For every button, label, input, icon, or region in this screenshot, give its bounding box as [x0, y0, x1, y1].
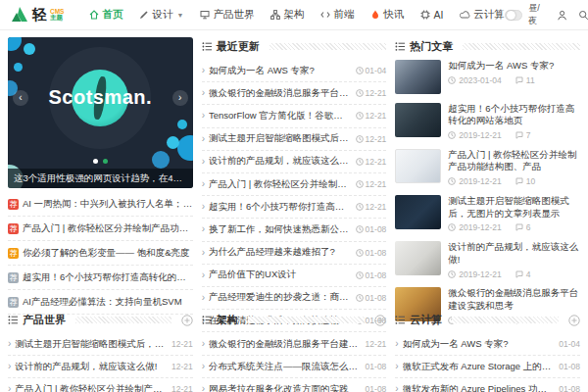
- menu-item-frontend[interactable]: 前端: [320, 8, 354, 22]
- list-item[interactable]: ›设计前的产品规划，就应该这么做！12-21: [202, 151, 387, 173]
- more-button[interactable]: [181, 315, 193, 326]
- list-item[interactable]: ›微软正式发布 Azure Storage 上的静态网站01-08: [395, 356, 580, 378]
- carousel-dot[interactable]: [103, 159, 108, 164]
- menu-item-home[interactable]: 首页: [89, 8, 122, 22]
- article-thumbnail: [395, 195, 441, 229]
- list-item[interactable]: ›测试主题开启智能缩略图模式后，无图片的...12-21: [8, 333, 193, 356]
- recommend-badge: 荐: [8, 199, 19, 210]
- list-item[interactable]: ›设计前的产品规划，就应该这么做!12-21: [8, 356, 193, 378]
- page-content: Scotsman. ‹ › 这3个适用性极强的网页设计趋势，在4月非常... 荐…: [0, 30, 588, 392]
- menu-item-ai[interactable]: AI: [420, 9, 443, 21]
- clock-icon: [356, 158, 364, 166]
- clock-icon: [448, 76, 456, 84]
- clock-icon: [356, 112, 364, 120]
- hot-article[interactable]: 如何成为一名 AWS 专家? 2023-01-0411: [395, 60, 580, 94]
- menu-item-architecture[interactable]: 架构: [270, 8, 304, 22]
- comment-icon: [515, 270, 523, 278]
- menu-item-design[interactable]: 设计 ▼: [139, 8, 183, 22]
- more-button[interactable]: [568, 315, 580, 326]
- list-item[interactable]: ›TensorFlow 官方简化版！谷歌开源机器学...12-21: [202, 105, 387, 127]
- hot-articles-section: 热门文章 如何成为一名 AWS 专家? 2023-01-0411 超实用！6个小…: [395, 37, 580, 305]
- recommend-badge: 荐: [8, 272, 19, 283]
- list-item[interactable]: ›如何成为一名 AWS 专家?01-04: [202, 60, 387, 82]
- recommend-badge: 荐: [8, 297, 19, 308]
- hot-article[interactable]: 测试主题开启智能缩略图模式后，无图片的文章列表显示 2019-12-216: [395, 195, 580, 233]
- logo-theme-label: 主题: [50, 15, 64, 22]
- list-item[interactable]: ›微众银行的金融级消息服务平台建设实践和...12-21: [202, 333, 387, 356]
- list-item[interactable]: ›换了新工作，如何快速熟悉新公司产品01-08: [202, 219, 387, 241]
- clock-icon: [356, 271, 364, 279]
- hot-article[interactable]: 产品入门 | 教你轻松区分并绘制产品功能结构图、产品 2019-12-2110: [395, 149, 580, 187]
- clock-icon: [448, 177, 456, 185]
- cloud-computing-section: 云计算 ›如何成为一名 AWS 专家?01-04 ›微软正式发布 Azure S…: [395, 311, 580, 392]
- daynight-toggle[interactable]: [505, 10, 522, 21]
- list-item[interactable]: ›分布式系统关注点——限流该怎么做?01-08: [202, 356, 387, 378]
- list-item[interactable]: ›如何成为一名 AWS 专家?01-04: [395, 333, 580, 356]
- search-icon[interactable]: [578, 9, 588, 22]
- clock-icon: [356, 225, 364, 233]
- more-button[interactable]: [374, 315, 386, 326]
- clock-icon: [356, 135, 364, 143]
- clock-icon: [356, 89, 364, 97]
- navbar-controls: 昼/夜: [505, 2, 588, 27]
- product-world-section: 产品世界 ›测试主题开启智能缩略图模式后，无图片的...12-21 ›设计前的产…: [8, 311, 193, 392]
- clock-icon: [356, 249, 364, 257]
- menu-item-news[interactable]: 快讯: [370, 8, 404, 22]
- menu-item-product-world[interactable]: 产品世界: [200, 8, 254, 22]
- mountain-logo-icon: [10, 6, 29, 24]
- comment-icon: [515, 223, 523, 231]
- hot-article[interactable]: 超实用！6个小技巧帮你打造高转化的网站落地页 2019-12-217: [395, 103, 580, 141]
- recommend-badge: 荐: [8, 223, 19, 234]
- section-title: 最近更新: [217, 39, 260, 54]
- featured-item[interactable]: 荐 产品入门 | 教你轻松区分并绘制产品功能结构图、产...: [8, 217, 193, 241]
- code-icon: [320, 10, 330, 20]
- featured-item[interactable]: 荐 AI 一周热闻：中兴列入被执行人名单；微软公开“...: [8, 192, 193, 217]
- list-item[interactable]: ›超实用！6个小技巧帮你打造高转化的网站落...12-21: [202, 196, 387, 219]
- main-menu: 首页 设计 ▼ 产品世界 架构 前端 快讯 AI 云计算: [89, 8, 504, 22]
- site-logo[interactable]: 轻 CMS 主题: [10, 6, 64, 24]
- clock-icon: [448, 270, 456, 278]
- recommend-badge: 荐: [8, 248, 19, 259]
- featured-item[interactable]: 荐 你必须了解的色彩变量—— 饱和度&亮度: [8, 241, 193, 266]
- daynight-label: 昼/夜: [528, 2, 546, 27]
- article-thumbnail: [395, 241, 441, 275]
- hero-carousel[interactable]: Scotsman. ‹ › 这3个适用性极强的网页设计趋势，在4月非常...: [8, 37, 193, 188]
- recent-updates-section: 最近更新 ›如何成为一名 AWS 专家?01-04 ›微众银行的金融级消息服务平…: [202, 37, 387, 305]
- recent-list: ›如何成为一名 AWS 专家?01-04 ›微众银行的金融级消息服务平台建设实践…: [202, 60, 387, 332]
- list-item[interactable]: ›测试主题开启智能缩略图模式后，无图片的...12-21: [202, 128, 387, 151]
- plus-circle-icon: [181, 315, 193, 326]
- logo-text: 轻: [32, 6, 46, 24]
- hatch-divider: [463, 43, 580, 50]
- carousel-next-button[interactable]: ›: [172, 90, 188, 106]
- list-item[interactable]: ›产品经理爱迪生的抄袭之道：商业如何分化...01-08: [202, 287, 387, 310]
- chevron-right-icon: ›: [202, 66, 205, 75]
- list-item[interactable]: ›产品入门 | 教你轻松区分并绘制产品功能结...12-21: [202, 173, 387, 196]
- list-item[interactable]: ›为什么产品经理越来越难招了?01-08: [202, 242, 387, 265]
- list-item[interactable]: ›网易考拉在服务化改造方面的实践01-08: [202, 378, 387, 392]
- carousel-prev-button[interactable]: ‹: [13, 90, 28, 106]
- chip-icon: [420, 10, 430, 20]
- home-icon: [89, 10, 99, 20]
- carousel-dot[interactable]: [93, 159, 98, 164]
- hero-caption[interactable]: 这3个适用性极强的网页设计趋势，在4月非常...: [8, 169, 193, 188]
- clock-icon: [448, 223, 456, 231]
- list-icon: [395, 41, 406, 52]
- navbar: 轻 CMS 主题 首页 设计 ▼ 产品世界 架构 前端 快讯: [0, 0, 588, 30]
- comment-icon: [515, 76, 523, 84]
- comment-icon: [515, 177, 523, 185]
- list-item[interactable]: ›产品价值下的UX设计01-08: [202, 265, 387, 287]
- user-icon[interactable]: [557, 9, 567, 22]
- list-item[interactable]: ›产品入门 | 教你轻松区分并绘制产品功能结...12-21: [8, 378, 193, 392]
- menu-item-cloud[interactable]: 云计算: [460, 8, 505, 22]
- list-item[interactable]: ›微众银行的金融级消息服务平台建设实践和...12-21: [202, 82, 387, 105]
- list-icon: [202, 315, 213, 325]
- bubble-decoration: [8, 37, 22, 51]
- design-icon: [139, 10, 149, 20]
- featured-list: 荐 AI 一周热闻：中兴列入被执行人名单；微软公开“... 荐 产品入门 | 教…: [8, 192, 193, 315]
- section-title: 产品世界: [23, 313, 66, 327]
- hot-article[interactable]: 设计前的产品规划，就应该这么做! 2019-12-214: [395, 241, 580, 279]
- cloud-icon: [460, 10, 470, 20]
- featured-item[interactable]: 荐 超实用！6个小技巧帮你打造高转化的网站落地页: [8, 266, 193, 290]
- list-icon: [202, 41, 213, 52]
- list-item[interactable]: ›微软发布新的 Azure Pipelines 功能和集成01-08: [395, 378, 580, 392]
